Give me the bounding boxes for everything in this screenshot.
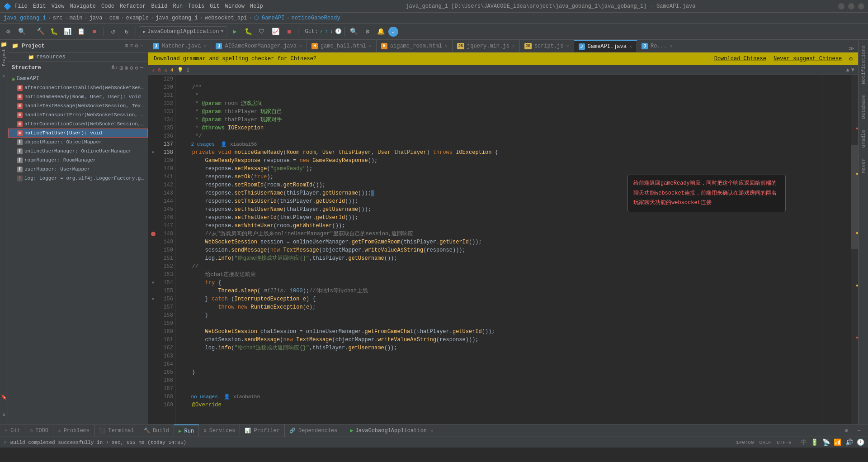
menu-window[interactable]: Window <box>225 3 245 10</box>
bottom-tab-services[interactable]: ⚙ Services <box>199 424 240 437</box>
menu-tools[interactable]: Tools <box>188 3 204 10</box>
cursor-position[interactable]: 140:60 <box>736 440 754 445</box>
toolbar-notifications[interactable]: 🔔 <box>375 25 387 38</box>
expand-icon-156[interactable]: ▼ <box>151 297 154 302</box>
tree-field-4[interactable]: f log: Logger = org.slf4j.LoggerFactory.… <box>8 174 148 183</box>
tab-aigame-room[interactable]: H aigame_room.html ✕ <box>377 40 453 52</box>
git-history-icon[interactable]: 🕐 <box>335 28 342 35</box>
grammar-bar-settings-icon[interactable]: ⚙ <box>849 55 853 62</box>
git-push-icon[interactable]: ↑ <box>325 29 328 35</box>
menu-build[interactable]: Build <box>151 3 167 10</box>
code-content[interactable]: /** * * @param room 游戏房间 * @param thisPl… <box>175 75 822 424</box>
tab-close-script[interactable]: ✕ <box>566 43 569 49</box>
menu-file[interactable]: File <box>14 3 28 10</box>
tabs-more-btn[interactable]: ≫ <box>849 45 854 52</box>
structure-sort-type[interactable]: ⊞ <box>120 65 123 71</box>
bottom-tab-run[interactable]: ▶ Run <box>174 424 199 437</box>
charset-display[interactable]: UTF-8 <box>777 440 792 445</box>
bottom-tab-problems[interactable]: ⚠ Problems <box>53 424 94 437</box>
expand-icon-154[interactable]: ▼ <box>151 281 154 286</box>
error-nav-down[interactable]: ▼ <box>851 67 854 73</box>
structure-close[interactable]: − <box>140 65 143 71</box>
menu-help[interactable]: Help <box>250 3 263 10</box>
line-sep[interactable]: CRLF <box>760 440 771 445</box>
breakpoint-148[interactable] <box>151 232 156 236</box>
toolbar-undo-btn[interactable]: ↺ <box>107 25 119 38</box>
tab-jquery[interactable]: JS jquery.min.js ✕ <box>453 40 520 52</box>
run-config-close-icon[interactable]: ✕ <box>430 428 434 433</box>
close-button[interactable]: ✕ <box>858 3 864 10</box>
bottom-tab-profiler[interactable]: 📊 Profiler <box>240 424 285 437</box>
toolbar-profile-btn[interactable]: 📊 <box>61 25 74 38</box>
tab-gameapi[interactable]: J GameAPI.java ✕ <box>574 40 637 52</box>
minimize-button[interactable]: — <box>838 3 844 10</box>
tab-close-gameapi[interactable]: ✕ <box>629 44 632 49</box>
breadcrumb-com[interactable]: com <box>109 15 119 21</box>
activity-commit[interactable]: ⬆ <box>0 67 8 85</box>
bottom-settings-btn[interactable]: ⚙ <box>841 425 852 436</box>
project-panel-btn-collapse[interactable]: ≡ <box>130 43 133 49</box>
toolbar-coverage-btn[interactable]: 📋 <box>75 25 87 38</box>
bottom-tab-todo[interactable]: ☑ TODO <box>25 424 53 437</box>
bottom-tab-dependencies[interactable]: 🔗 Dependencies <box>285 424 342 437</box>
error-nav-up[interactable]: ▲ <box>846 67 849 73</box>
panel-notifications[interactable]: Notifications <box>860 42 867 88</box>
tree-method-5[interactable]: m noticeThatUser(User): void <box>8 129 148 138</box>
tab-close-aigameroommanager[interactable]: ✕ <box>299 43 302 49</box>
tab-matcher[interactable]: J Matcher.java ✕ <box>148 40 211 52</box>
tree-field-1[interactable]: f onlineUserManager: OnlineUserManager <box>8 147 148 156</box>
run-config-dropdown[interactable]: ▶ JavaGobang1Application ▼ <box>139 26 227 37</box>
maximize-button[interactable]: □ <box>848 3 854 10</box>
panel-maven[interactable]: Maven <box>860 155 867 177</box>
bottom-tab-build[interactable]: 🔨 Build <box>139 424 174 437</box>
tab-close-matcher[interactable]: ✕ <box>203 43 206 49</box>
toolbar-account[interactable]: J <box>388 27 398 37</box>
activity-structure[interactable]: ≡ <box>0 406 8 424</box>
expand-icon-138[interactable]: ▼ <box>151 150 154 155</box>
panel-database[interactable]: Database <box>860 91 867 123</box>
never-suggest-chinese-link[interactable]: Never suggest Chinese <box>774 56 842 62</box>
activity-bookmarks[interactable]: 🔖 <box>0 388 8 406</box>
panel-gradle[interactable]: Gradle <box>860 126 867 152</box>
tab-close-aigame-room[interactable]: ✕ <box>445 43 448 49</box>
toolbar-search-btn[interactable]: 🔍 <box>15 25 28 38</box>
tab-ro[interactable]: J Ro... ✕ <box>637 40 677 52</box>
tree-field-0[interactable]: f objectMapper: ObjectMapper <box>8 138 148 147</box>
toolbar-settings-btn[interactable]: ⚙ <box>2 25 14 38</box>
tree-field-2[interactable]: f roomManager: RoomManager <box>8 156 148 165</box>
structure-sort-alpha[interactable]: A↓ <box>111 65 118 71</box>
breadcrumb-method[interactable]: noticeGameReady <box>292 15 340 21</box>
structure-expand-all[interactable]: ⊕ <box>125 65 128 71</box>
tree-method-0[interactable]: m afterConnectionEstablished(WebSocketSe… <box>8 83 148 92</box>
project-panel-btn-expand[interactable]: ⊞ <box>125 43 128 49</box>
tree-method-4[interactable]: m afterConnectionClosed(WebSocketSession… <box>8 119 148 129</box>
menu-run[interactable]: Run <box>173 3 183 10</box>
run-btn[interactable]: ▶ <box>228 25 241 38</box>
git-check-icon[interactable]: ✓ <box>320 28 323 35</box>
tab-game-hall[interactable]: H game_hall.html ✕ <box>307 40 377 52</box>
tree-resources-folder[interactable]: 📁 resources <box>8 52 148 62</box>
menu-code[interactable]: Code <box>101 3 114 10</box>
git-fetch-icon[interactable]: ↓ <box>330 29 333 35</box>
breadcrumb-app[interactable]: java_gobang_1 <box>4 15 46 21</box>
tab-close-game-hall[interactable]: ✕ <box>369 43 372 49</box>
menu-edit[interactable]: Edit <box>33 3 46 10</box>
tab-close-jquery[interactable]: ✕ <box>512 43 515 49</box>
breadcrumb-gameapi[interactable]: ⬡ GameAPI <box>254 14 285 21</box>
menu-git[interactable]: Git <box>210 3 220 10</box>
toolbar-build-btn[interactable]: 🔨 <box>34 25 47 38</box>
toolbar-debug-btn[interactable]: 🐛 <box>47 25 60 38</box>
toolbar-stop-btn[interactable]: ■ <box>88 25 101 38</box>
tab-script[interactable]: JS script.js ✕ <box>520 40 574 52</box>
toolbar-settings-2[interactable]: ⚙ <box>361 25 374 38</box>
activity-project[interactable]: 📁 Project <box>0 40 8 67</box>
profile-run-btn[interactable]: 📈 <box>269 25 282 38</box>
breadcrumb-project[interactable]: java_gobang_1 <box>156 15 198 21</box>
breadcrumb-main[interactable]: main <box>70 15 83 21</box>
toolbar-redo-btn[interactable]: ↻ <box>120 25 133 38</box>
project-panel-btn-close[interactable]: − <box>140 43 143 49</box>
download-chinese-link[interactable]: Download Chinese <box>714 56 766 62</box>
coverage-run-btn[interactable]: 🛡 <box>255 25 268 38</box>
tree-class-gameapi[interactable]: ◉ GameAPI <box>8 74 148 83</box>
breadcrumb-src[interactable]: src <box>53 15 63 21</box>
